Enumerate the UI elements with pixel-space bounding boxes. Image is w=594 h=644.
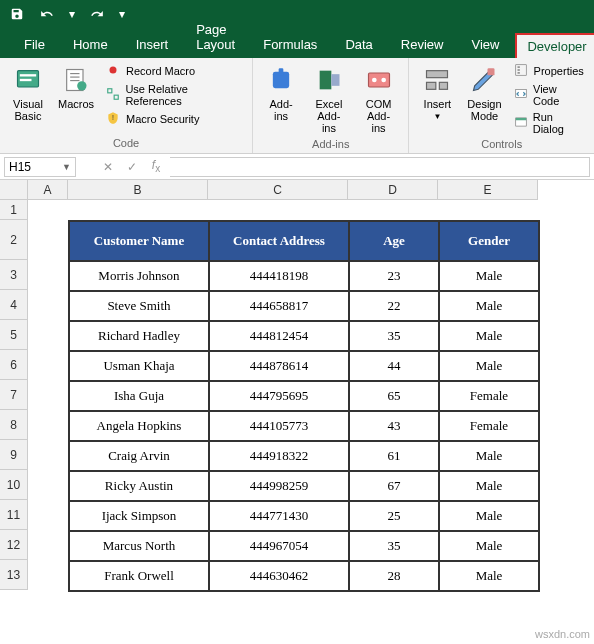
visual-basic-button[interactable]: Visual Basic: [8, 62, 48, 124]
table-cell[interactable]: 444998259: [209, 471, 349, 501]
table-cell[interactable]: Male: [439, 291, 539, 321]
table-cell[interactable]: 35: [349, 321, 439, 351]
table-cell[interactable]: Ijack Simpson: [69, 501, 209, 531]
table-cell[interactable]: Richard Hadley: [69, 321, 209, 351]
row-header[interactable]: 9: [0, 440, 28, 470]
view-code-button[interactable]: View Code: [512, 82, 586, 108]
table-cell[interactable]: 444918322: [209, 441, 349, 471]
table-header-cell[interactable]: Gender: [439, 221, 539, 261]
properties-button[interactable]: Properties: [512, 62, 586, 80]
run-dialog-button[interactable]: Run Dialog: [512, 110, 586, 136]
row-header[interactable]: 2: [0, 220, 28, 260]
table-cell[interactable]: 444878614: [209, 351, 349, 381]
com-addins-button[interactable]: COM Add-ins: [357, 62, 401, 136]
row-header[interactable]: 12: [0, 530, 28, 560]
tab-review[interactable]: Review: [389, 31, 456, 58]
table-cell[interactable]: 67: [349, 471, 439, 501]
tab-insert[interactable]: Insert: [124, 31, 181, 58]
table-cell[interactable]: 444795695: [209, 381, 349, 411]
table-cell[interactable]: Male: [439, 351, 539, 381]
table-cell[interactable]: 35: [349, 531, 439, 561]
table-cell[interactable]: 444812454: [209, 321, 349, 351]
row-header[interactable]: 8: [0, 410, 28, 440]
tab-file[interactable]: File: [12, 31, 57, 58]
accept-formula-icon[interactable]: ✓: [122, 160, 142, 174]
table-header-cell[interactable]: Age: [349, 221, 439, 261]
table-cell[interactable]: Frank Orwell: [69, 561, 209, 591]
select-all-corner[interactable]: [0, 180, 28, 200]
table-cell[interactable]: Marcus North: [69, 531, 209, 561]
table-cell[interactable]: Female: [439, 411, 539, 441]
row-header[interactable]: 13: [0, 560, 28, 590]
qat-customize-icon[interactable]: ▾: [116, 3, 128, 25]
row-header[interactable]: 1: [0, 200, 28, 220]
table-cell[interactable]: 444967054: [209, 531, 349, 561]
table-cell[interactable]: Male: [439, 501, 539, 531]
addins-button[interactable]: Add- ins: [261, 62, 301, 124]
table-cell[interactable]: Steve Smith: [69, 291, 209, 321]
table-cell[interactable]: 44: [349, 351, 439, 381]
table-cell[interactable]: Male: [439, 321, 539, 351]
table-cell[interactable]: Female: [439, 381, 539, 411]
spreadsheet-grid[interactable]: ABCDE 12345678910111213 Customer NameCon…: [0, 180, 594, 644]
undo-icon[interactable]: [36, 3, 58, 25]
row-header[interactable]: 7: [0, 380, 28, 410]
column-header[interactable]: A: [28, 180, 68, 200]
fx-icon[interactable]: fx: [146, 158, 166, 174]
column-header[interactable]: E: [438, 180, 538, 200]
formula-input[interactable]: [170, 157, 590, 177]
table-cell[interactable]: 65: [349, 381, 439, 411]
table-cell[interactable]: 43: [349, 411, 439, 441]
insert-control-button[interactable]: Insert ▼: [417, 62, 457, 123]
table-cell[interactable]: Male: [439, 261, 539, 291]
table-cell[interactable]: 23: [349, 261, 439, 291]
table-cell[interactable]: Male: [439, 531, 539, 561]
table-cell[interactable]: Morris Johnson: [69, 261, 209, 291]
use-relative-references-button[interactable]: Use Relative References: [104, 82, 244, 108]
table-cell[interactable]: 444105773: [209, 411, 349, 441]
macro-security-button[interactable]: ! Macro Security: [104, 110, 244, 128]
table-cell[interactable]: 444658817: [209, 291, 349, 321]
name-box[interactable]: H15 ▼: [4, 157, 76, 177]
table-cell[interactable]: Usman Khaja: [69, 351, 209, 381]
save-icon[interactable]: [6, 3, 28, 25]
table-cell[interactable]: 28: [349, 561, 439, 591]
table-cell[interactable]: 25: [349, 501, 439, 531]
table-cell[interactable]: 444418198: [209, 261, 349, 291]
cancel-formula-icon[interactable]: ✕: [98, 160, 118, 174]
table-cell[interactable]: Craig Arvin: [69, 441, 209, 471]
row-header[interactable]: 3: [0, 260, 28, 290]
table-header-cell[interactable]: Contact Address: [209, 221, 349, 261]
row-header[interactable]: 11: [0, 500, 28, 530]
row-header[interactable]: 6: [0, 350, 28, 380]
record-macro-button[interactable]: Record Macro: [104, 62, 244, 80]
column-header[interactable]: B: [68, 180, 208, 200]
column-header[interactable]: D: [348, 180, 438, 200]
table-cell[interactable]: 444630462: [209, 561, 349, 591]
table-cell[interactable]: Isha Guja: [69, 381, 209, 411]
table-cell[interactable]: Ricky Austin: [69, 471, 209, 501]
redo-icon[interactable]: [86, 3, 108, 25]
table-cell[interactable]: Male: [439, 441, 539, 471]
row-header[interactable]: 5: [0, 320, 28, 350]
tab-home[interactable]: Home: [61, 31, 120, 58]
table-cell[interactable]: 22: [349, 291, 439, 321]
row-header[interactable]: 4: [0, 290, 28, 320]
tab-data[interactable]: Data: [333, 31, 384, 58]
tab-view[interactable]: View: [459, 31, 511, 58]
tab-page-layout[interactable]: Page Layout: [184, 16, 247, 58]
undo-dropdown-icon[interactable]: ▾: [66, 3, 78, 25]
tab-developer[interactable]: Developer: [515, 33, 594, 58]
column-header[interactable]: C: [208, 180, 348, 200]
table-cell[interactable]: Angela Hopkins: [69, 411, 209, 441]
table-cell[interactable]: 61: [349, 441, 439, 471]
excel-addins-button[interactable]: Excel Add-ins: [307, 62, 351, 136]
tab-formulas[interactable]: Formulas: [251, 31, 329, 58]
macros-button[interactable]: Macros: [54, 62, 98, 112]
row-header[interactable]: 10: [0, 470, 28, 500]
table-cell[interactable]: Male: [439, 561, 539, 591]
table-cell[interactable]: 444771430: [209, 501, 349, 531]
table-cell[interactable]: Male: [439, 471, 539, 501]
table-header-cell[interactable]: Customer Name: [69, 221, 209, 261]
chevron-down-icon[interactable]: ▼: [62, 162, 71, 172]
